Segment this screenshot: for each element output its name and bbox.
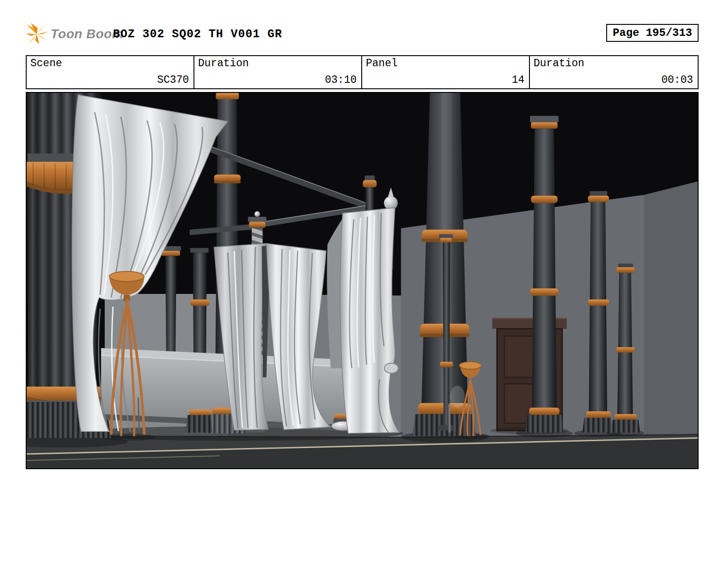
storyboard-page: Toon Boom BOZ 302 SQ02 TH V001 GR Page 1…	[0, 0, 728, 563]
panel-cell: Panel 14	[362, 56, 530, 88]
header: Toon Boom BOZ 302 SQ02 TH V001 GR Page 1…	[26, 23, 699, 48]
panel-duration-value: 00:03	[661, 74, 693, 86]
document-title: BOZ 302 SQ02 TH V001 GR	[113, 28, 282, 41]
scene-duration-cell: Duration 03:10	[194, 56, 362, 88]
storyboard-panel-image	[26, 92, 699, 469]
scene-duration-label: Duration	[198, 57, 249, 69]
panel-label: Panel	[366, 57, 398, 69]
scene-cell: Scene SC370	[27, 56, 194, 88]
scene-value: SC370	[157, 74, 189, 86]
scene-label: Scene	[30, 57, 62, 69]
toonboom-logo: Toon Boom	[26, 23, 124, 45]
panel-duration-label: Duration	[534, 57, 584, 69]
panel-value: 14	[512, 74, 524, 86]
toonboom-burst-icon	[26, 23, 48, 45]
scene-duration-value: 03:10	[325, 74, 357, 86]
panel-duration-cell: Duration 00:03	[530, 56, 698, 88]
panel-scene-render	[27, 93, 698, 468]
page-indicator: Page 195/313	[606, 24, 699, 42]
info-table: Scene SC370 Duration 03:10 Panel 14 Dura…	[26, 55, 699, 89]
